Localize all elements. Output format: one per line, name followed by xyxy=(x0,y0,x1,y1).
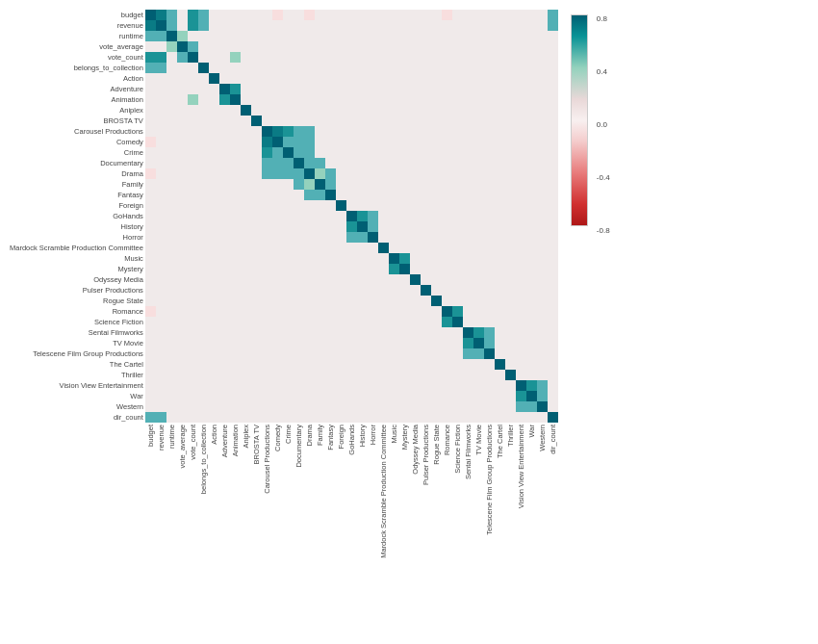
heatmap-cell xyxy=(526,63,537,73)
heatmap-cell xyxy=(251,221,262,232)
heatmap-cell xyxy=(421,221,431,232)
x-label-wrapper: Foreign xyxy=(336,425,346,540)
heatmap-cell xyxy=(209,338,219,348)
heatmap-cell xyxy=(410,168,421,179)
y-label: Romance xyxy=(10,306,143,317)
heatmap-cell xyxy=(421,94,431,105)
heatmap-cell xyxy=(304,243,315,253)
heatmap-cell xyxy=(526,338,537,348)
heatmap-cell xyxy=(473,317,484,327)
x-label: Vision View Entertainment xyxy=(517,425,525,508)
heatmap-cell xyxy=(442,31,452,41)
heatmap-cell xyxy=(399,116,410,126)
heatmap-cell xyxy=(357,232,368,243)
heatmap-cell xyxy=(537,232,548,243)
heatmap-cell xyxy=(431,285,442,296)
heatmap-cell xyxy=(421,370,431,380)
heatmap-cell xyxy=(442,253,452,264)
heatmap-cell xyxy=(442,306,452,317)
heatmap-cell xyxy=(336,211,346,221)
heatmap-cell xyxy=(262,84,272,94)
heatmap-cell xyxy=(304,158,315,168)
heatmap-cell xyxy=(166,31,177,41)
heatmap-cell xyxy=(262,296,272,306)
heatmap-cell xyxy=(156,338,166,348)
x-label-wrapper: Aniplex xyxy=(241,425,251,540)
heatmap-cell xyxy=(442,10,452,20)
heatmap-cell xyxy=(262,105,272,116)
heatmap-cell xyxy=(325,317,336,327)
heatmap-cell xyxy=(219,243,230,253)
heatmap-cell xyxy=(262,391,272,401)
heatmap-cell xyxy=(452,348,463,359)
heatmap-cell xyxy=(262,179,272,190)
heatmap-cell xyxy=(505,137,516,147)
x-label-wrapper: Pulser Productions xyxy=(421,425,431,540)
heatmap-cell xyxy=(272,179,283,190)
heatmap-cell xyxy=(526,306,537,317)
heatmap-cell xyxy=(505,84,516,94)
heatmap-cell xyxy=(399,221,410,232)
heatmap-cell xyxy=(410,370,421,380)
heatmap-cell xyxy=(526,211,537,221)
heatmap-cell xyxy=(294,73,304,84)
heatmap-cell xyxy=(463,158,473,168)
heatmap-cell xyxy=(526,84,537,94)
heatmap-cell xyxy=(399,243,410,253)
heatmap-cell xyxy=(548,126,558,137)
heatmap-cell xyxy=(251,274,262,285)
heatmap-cell xyxy=(526,391,537,401)
heatmap-cell xyxy=(177,200,188,211)
heatmap-cell xyxy=(156,105,166,116)
heatmap-cell xyxy=(177,338,188,348)
heatmap-cell xyxy=(484,73,495,84)
heatmap-cell xyxy=(399,41,410,52)
heatmap-cell xyxy=(241,190,251,200)
heatmap-cell xyxy=(505,52,516,63)
x-label: dir_count xyxy=(549,425,557,454)
heatmap-cell xyxy=(336,179,346,190)
heatmap-cell xyxy=(219,73,230,84)
legend-tick-label: -0.4 xyxy=(597,173,610,182)
heatmap-cell xyxy=(484,10,495,20)
heatmap-cell xyxy=(219,401,230,412)
heatmap-cell xyxy=(357,264,368,274)
heatmap-cell xyxy=(209,126,219,137)
heatmap-cell xyxy=(516,327,526,338)
y-label: Comedy xyxy=(10,137,143,147)
heatmap-cell xyxy=(283,84,294,94)
heatmap-cell xyxy=(389,264,399,274)
heatmap-cell xyxy=(484,401,495,412)
heatmap-cell xyxy=(315,41,325,52)
heatmap-cell xyxy=(251,264,262,274)
heatmap-cell xyxy=(325,158,336,168)
heatmap-cell xyxy=(294,137,304,147)
heatmap-cell xyxy=(495,20,505,31)
heatmap-cell xyxy=(516,359,526,370)
heatmap-cell xyxy=(537,52,548,63)
heatmap-cell xyxy=(516,10,526,20)
legend-tick-label: 0.4 xyxy=(597,67,607,76)
heatmap-cell xyxy=(368,317,378,327)
heatmap-cell xyxy=(251,401,262,412)
heatmap-cell xyxy=(378,370,389,380)
heatmap-cell xyxy=(431,190,442,200)
heatmap-cell xyxy=(421,285,431,296)
y-label: Foreign xyxy=(10,200,143,211)
heatmap-cell xyxy=(283,412,294,423)
heatmap-cell xyxy=(378,338,389,348)
heatmap-cell xyxy=(166,253,177,264)
heatmap-cell xyxy=(188,412,198,423)
heatmap-cell xyxy=(452,137,463,147)
heatmap-cell xyxy=(442,200,452,211)
heatmap-cell xyxy=(209,412,219,423)
heatmap-cell xyxy=(145,348,156,359)
heatmap-cell xyxy=(230,168,241,179)
heatmap-cell xyxy=(505,327,516,338)
heatmap-cell xyxy=(431,348,442,359)
heatmap-cell xyxy=(145,317,156,327)
heatmap-cell xyxy=(442,338,452,348)
heatmap-cell xyxy=(357,94,368,105)
heatmap-cell xyxy=(378,126,389,137)
heatmap-cell xyxy=(230,327,241,338)
